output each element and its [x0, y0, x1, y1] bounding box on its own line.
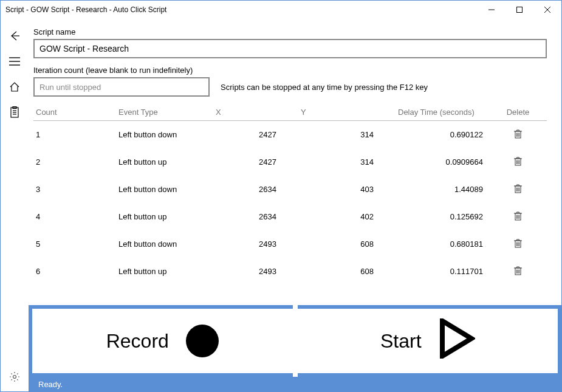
- cell-delay: 0.690122: [398, 130, 489, 139]
- record-button[interactable]: Record: [32, 305, 293, 377]
- col-x-header: X: [216, 108, 301, 117]
- col-delay-header: Delay Time (seconds): [398, 108, 489, 117]
- cell-count: 1: [33, 130, 118, 139]
- status-text: Ready.: [38, 380, 63, 389]
- start-label: Start: [380, 330, 422, 352]
- title-bar: Script - GOW Script - Research - Auto Cl…: [1, 1, 561, 19]
- cell-delay: 0.680181: [398, 239, 489, 249]
- cell-x: 2634: [216, 212, 301, 221]
- cell-y: 608: [301, 267, 398, 276]
- table-row[interactable]: 1Left button down24273140.690122: [33, 121, 547, 148]
- delete-icon[interactable]: [514, 129, 522, 140]
- table-row[interactable]: 4Left button up26344020.125692: [33, 203, 547, 230]
- cell-delay: 0.125692: [398, 212, 489, 221]
- cell-delay: 1.44089: [398, 185, 489, 194]
- delete-icon[interactable]: [514, 211, 522, 222]
- cell-count: 6: [33, 267, 118, 276]
- table-row[interactable]: 5Left button down24936080.680181: [33, 230, 547, 258]
- cell-count: 3: [33, 185, 118, 194]
- col-count-header: Count: [33, 108, 118, 117]
- cell-x: 2493: [216, 267, 301, 276]
- table-row[interactable]: 2Left button up24273140.0909664: [33, 148, 547, 176]
- settings-icon[interactable]: [7, 370, 22, 384]
- table-row[interactable]: 3Left button down26344031.44089: [33, 176, 547, 203]
- maximize-button[interactable]: [505, 1, 533, 19]
- back-icon[interactable]: [7, 29, 22, 43]
- record-icon: [186, 325, 219, 357]
- table-row[interactable]: 6Left button up24936080.111701: [33, 258, 547, 285]
- cell-event: Left button up: [118, 267, 216, 276]
- cell-event: Left button down: [118, 185, 216, 194]
- col-delete-header: Delete: [489, 108, 547, 117]
- close-button[interactable]: [533, 1, 561, 19]
- script-name-label: Script name: [33, 27, 547, 36]
- delete-icon[interactable]: [514, 157, 522, 168]
- cell-count: 4: [33, 212, 118, 221]
- menu-icon[interactable]: [7, 54, 22, 69]
- cell-y: 402: [301, 212, 398, 221]
- hint-text: Scripts can be stopped at any time by pr…: [221, 83, 428, 92]
- sidebar: [1, 19, 29, 391]
- cell-count: 5: [33, 239, 118, 249]
- cell-y: 314: [301, 157, 398, 167]
- cell-count: 2: [33, 157, 118, 167]
- iteration-count-label: Iteration count (leave blank to run inde…: [33, 66, 210, 75]
- script-name-input[interactable]: [33, 39, 547, 58]
- window-title: Script - GOW Script - Research - Auto Cl…: [5, 5, 166, 14]
- record-label: Record: [106, 330, 169, 352]
- cell-event: Left button up: [118, 157, 216, 167]
- status-bar: Ready.: [32, 377, 558, 391]
- svg-marker-62: [442, 321, 471, 356]
- cell-event: Left button up: [118, 212, 216, 221]
- cell-y: 403: [301, 185, 398, 194]
- col-y-header: Y: [301, 108, 398, 117]
- svg-point-13: [13, 376, 16, 379]
- start-button[interactable]: Start: [298, 305, 558, 377]
- iteration-count-input[interactable]: [33, 77, 210, 97]
- svg-rect-1: [517, 7, 523, 13]
- cell-y: 608: [301, 239, 398, 249]
- play-icon: [439, 318, 475, 363]
- col-event-header: Event Type: [118, 108, 216, 117]
- delete-icon[interactable]: [514, 184, 522, 195]
- delete-icon[interactable]: [514, 239, 522, 250]
- delete-icon[interactable]: [514, 266, 522, 277]
- home-icon[interactable]: [7, 80, 22, 94]
- cell-x: 2427: [216, 157, 301, 167]
- table-header: Count Event Type X Y Delay Time (seconds…: [33, 103, 547, 121]
- cell-x: 2493: [216, 239, 301, 249]
- cell-event: Left button down: [118, 239, 216, 249]
- cell-y: 314: [301, 130, 398, 139]
- minimize-button[interactable]: [478, 1, 505, 19]
- cell-delay: 0.111701: [398, 267, 489, 276]
- cell-x: 2634: [216, 185, 301, 194]
- cell-delay: 0.0909664: [398, 157, 489, 167]
- cell-x: 2427: [216, 130, 301, 139]
- clipboard-icon[interactable]: [0, 105, 22, 120]
- cell-event: Left button down: [118, 130, 216, 139]
